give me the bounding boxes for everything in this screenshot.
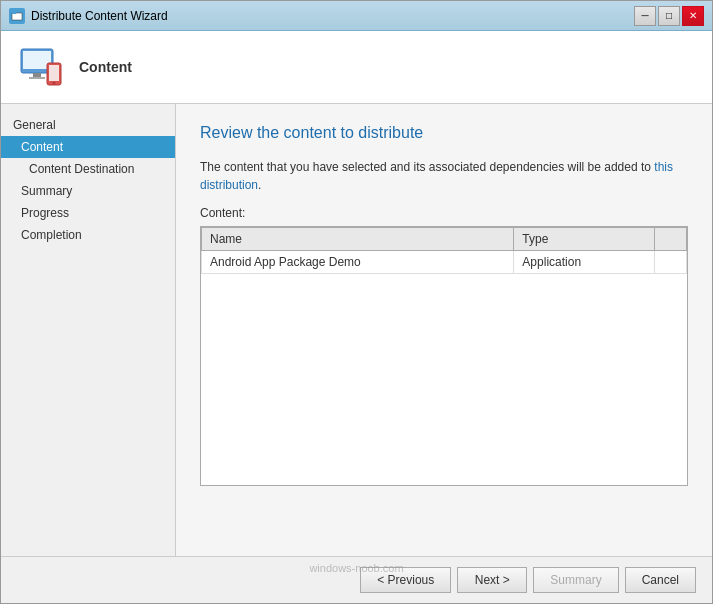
summary-button[interactable]: Summary — [533, 567, 618, 593]
svg-rect-0 — [12, 13, 22, 20]
content-table: Name Type Android App Package Demo Appli… — [201, 227, 687, 274]
maximize-button[interactable]: □ — [658, 6, 680, 26]
row-extra — [655, 251, 687, 274]
close-button[interactable]: ✕ — [682, 6, 704, 26]
cancel-button[interactable]: Cancel — [625, 567, 696, 593]
sidebar-item-progress[interactable]: Progress — [1, 202, 175, 224]
svg-point-8 — [53, 82, 56, 85]
svg-rect-4 — [33, 73, 41, 77]
info-text-part2: . — [258, 178, 261, 192]
header-icon — [17, 43, 65, 91]
next-button[interactable]: Next > — [457, 567, 527, 593]
page-title: Review the content to distribute — [200, 124, 688, 142]
row-type: Application — [514, 251, 655, 274]
table-row[interactable]: Android App Package Demo Application — [202, 251, 687, 274]
svg-rect-5 — [29, 77, 45, 79]
wizard-footer: < Previous Next > Summary Cancel — [1, 556, 712, 603]
title-bar-left: Distribute Content Wizard — [9, 8, 168, 24]
content-label: Content: — [200, 206, 688, 220]
info-text-part1: The content that you have selected and i… — [200, 160, 654, 174]
wizard-header: Content — [1, 31, 712, 104]
sidebar: General Content Content Destination Summ… — [1, 104, 176, 556]
sidebar-item-content[interactable]: Content — [1, 136, 175, 158]
col-name-header: Name — [202, 228, 514, 251]
header-title: Content — [79, 59, 132, 75]
sidebar-item-content-destination[interactable]: Content Destination — [1, 158, 175, 180]
main-content: General Content Content Destination Summ… — [1, 104, 712, 556]
sidebar-item-completion[interactable]: Completion — [1, 224, 175, 246]
sidebar-item-summary[interactable]: Summary — [1, 180, 175, 202]
window-icon — [9, 8, 25, 24]
previous-button[interactable]: < Previous — [360, 567, 451, 593]
col-extra-header — [655, 228, 687, 251]
minimize-button[interactable]: ─ — [634, 6, 656, 26]
sidebar-section-general: General — [1, 114, 175, 136]
content-table-container: Name Type Android App Package Demo Appli… — [200, 226, 688, 486]
title-controls: ─ □ ✕ — [634, 6, 704, 26]
col-type-header: Type — [514, 228, 655, 251]
window-title: Distribute Content Wizard — [31, 9, 168, 23]
svg-rect-1 — [12, 11, 16, 14]
content-area: Review the content to distribute The con… — [176, 104, 712, 556]
wizard-window: Distribute Content Wizard ─ □ ✕ Content — [0, 0, 713, 604]
row-name: Android App Package Demo — [202, 251, 514, 274]
info-paragraph: The content that you have selected and i… — [200, 158, 688, 194]
svg-rect-7 — [49, 65, 59, 81]
title-bar: Distribute Content Wizard ─ □ ✕ — [1, 1, 712, 31]
